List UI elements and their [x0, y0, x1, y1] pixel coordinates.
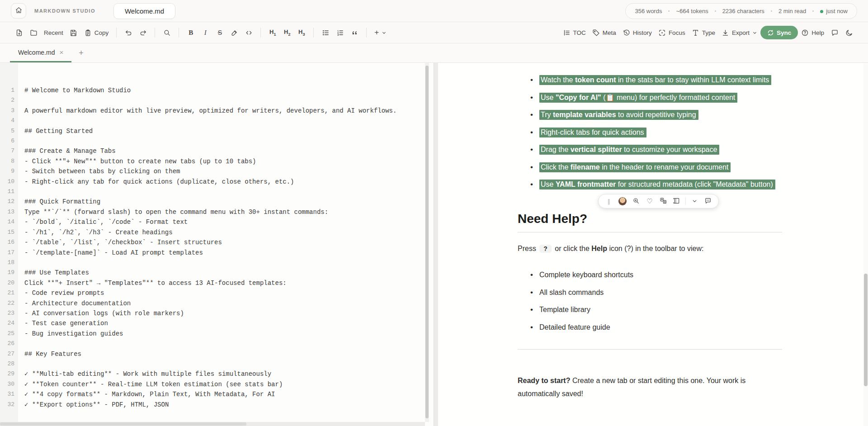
code-line[interactable]: A powerful markdown editor with live pre…: [24, 106, 434, 116]
copy-button[interactable]: Copy: [81, 25, 112, 40]
highlight-button[interactable]: [227, 25, 241, 40]
scrollbar-thumb[interactable]: [0, 422, 246, 426]
preview-scrollbar[interactable]: [863, 63, 868, 426]
code-line[interactable]: - `/bold`, `/italic`, `/code` - Format t…: [24, 217, 434, 227]
code-line[interactable]: - `/h1`, `/h2`, `/h3` - Create headings: [24, 227, 434, 237]
code-line[interactable]: [24, 95, 434, 105]
list-item: Click the filename in the header to rena…: [518, 162, 782, 173]
code-line[interactable]: - Test case generation: [24, 318, 434, 328]
open-file-button[interactable]: [26, 25, 41, 40]
save-button[interactable]: [66, 25, 81, 40]
code-line[interactable]: ### Create & Manage Tabs: [24, 146, 434, 156]
app-window: MARKDOWN STUDIO Welcome.md 356 words ~66…: [0, 0, 868, 426]
highlighted-text: Use "Copy for AI" (📋 menu) for perfectly…: [539, 93, 737, 103]
code-lines[interactable]: # Welcome to Markdown Studio A powerful …: [18, 63, 434, 426]
toc-button[interactable]: TOC: [560, 25, 589, 40]
blockquote-button[interactable]: [347, 25, 362, 40]
redo-button[interactable]: [136, 25, 150, 40]
export-button[interactable]: Export: [718, 25, 760, 40]
sync-button[interactable]: Sync: [760, 26, 798, 39]
code-line[interactable]: ✓ **Export options** - PDF, HTML, JSON: [24, 400, 434, 410]
bullet-list-button[interactable]: [318, 25, 333, 40]
editor-vertical-scrollbar[interactable]: [425, 63, 429, 422]
focus-mode-button[interactable]: Focus: [655, 25, 689, 40]
divider: [518, 349, 782, 350]
more-options-button[interactable]: [689, 195, 700, 207]
code-line[interactable]: - Switch between tabs by clicking on the…: [24, 166, 434, 176]
bold-button[interactable]: B: [184, 25, 198, 40]
home-button[interactable]: [11, 3, 26, 19]
code-line[interactable]: - `/template-[name]` - Load AI prompt te…: [24, 248, 434, 258]
code-line[interactable]: - `/table`, `/list`, `/checkbox` - Inser…: [24, 237, 434, 247]
code-line[interactable]: ✓ **Multi-tab editing** - Work with mult…: [24, 369, 434, 379]
heading2-button[interactable]: H2: [280, 25, 294, 40]
filename-field[interactable]: Welcome.md: [113, 3, 175, 19]
heading3-button[interactable]: H3: [294, 25, 309, 40]
new-tab-button[interactable]: +: [71, 43, 91, 62]
char-count: 2236 characters: [722, 8, 764, 14]
undo-icon: [125, 29, 132, 37]
assistant-button[interactable]: [617, 195, 628, 207]
code-line[interactable]: - Right-click any tab for quick actions …: [24, 177, 434, 187]
code-line[interactable]: - Architecture documentation: [24, 298, 434, 308]
sync-icon: [767, 29, 774, 36]
scrollbar-thumb[interactable]: [864, 274, 868, 386]
code-line[interactable]: # Welcome to Markdown Studio: [24, 85, 434, 95]
toolbar-separator: [179, 28, 179, 38]
italic-button[interactable]: I: [198, 25, 212, 40]
code-icon: [245, 29, 253, 37]
code-line[interactable]: [24, 359, 434, 369]
code-line[interactable]: ## Getting Started: [24, 126, 434, 136]
code-line[interactable]: [24, 258, 434, 268]
code-line[interactable]: Type **`/`** (forward slash) to open the…: [24, 207, 434, 217]
code-line[interactable]: [24, 187, 434, 197]
toolbar-separator: [685, 198, 686, 205]
code-line[interactable]: - Code review prompts: [24, 288, 434, 298]
saved-status-dot: [820, 10, 823, 13]
code-line[interactable]: [24, 339, 434, 349]
search-button[interactable]: [160, 25, 174, 40]
code-line[interactable]: - Bug investigation guides: [24, 329, 434, 339]
line-number: 25: [0, 329, 14, 339]
translate-button[interactable]: [657, 195, 669, 207]
inline-code-button[interactable]: [241, 25, 256, 40]
code-line[interactable]: ✓ **4 copy formats** - Markdown, Plain T…: [24, 389, 434, 399]
favorites-button[interactable]: ♡: [644, 195, 656, 207]
dark-mode-button[interactable]: [842, 25, 856, 40]
new-file-button[interactable]: [12, 25, 26, 40]
insert-menu-button[interactable]: +: [371, 25, 390, 40]
code-line[interactable]: ### Use Templates: [24, 268, 434, 278]
comment-button[interactable]: [702, 195, 714, 207]
main-area: 1234567891011121314151617181920212223242…: [0, 63, 868, 426]
line-number: 27: [0, 349, 14, 359]
typography-button[interactable]: Type: [689, 25, 718, 40]
code-line[interactable]: Click **"+ Insert" → "Templates"** to ac…: [24, 278, 434, 288]
code-line[interactable]: - Click **"+ New"** button to create new…: [24, 156, 434, 166]
vertical-splitter[interactable]: [434, 63, 438, 426]
undo-button[interactable]: [121, 25, 136, 40]
code-line[interactable]: ✓ **Token counter** - Real-time LLM toke…: [24, 379, 434, 389]
scrollbar-thumb[interactable]: [425, 66, 429, 418]
code-line[interactable]: [24, 136, 434, 146]
code-line[interactable]: [24, 116, 434, 126]
help-button[interactable]: Help: [798, 25, 827, 40]
dot-separator: [771, 10, 772, 12]
numbered-list-button[interactable]: [333, 25, 347, 40]
recent-button[interactable]: Recent: [41, 25, 66, 40]
token-count: ~664 tokens: [676, 8, 708, 14]
feedback-button[interactable]: [827, 25, 842, 40]
metadata-button[interactable]: Meta: [589, 25, 619, 40]
strikethrough-button[interactable]: S: [212, 25, 227, 40]
tab-close-icon[interactable]: ×: [59, 48, 63, 56]
code-line[interactable]: - AI conversation logs (with role marker…: [24, 308, 434, 318]
editor-horizontal-scrollbar[interactable]: [0, 422, 425, 426]
read-aloud-button[interactable]: [671, 195, 683, 207]
history-button[interactable]: History: [619, 25, 655, 40]
tab-welcome[interactable]: Welcome.md ×: [10, 43, 71, 62]
code-line[interactable]: ### Quick Formatting: [24, 197, 434, 207]
visual-search-button[interactable]: [630, 195, 642, 207]
code-line[interactable]: ## Key Features: [24, 349, 434, 359]
heading1-button[interactable]: H1: [265, 25, 280, 40]
drag-handle-icon[interactable]: ∥: [603, 195, 615, 207]
list-item: Detailed feature guide: [518, 322, 782, 333]
